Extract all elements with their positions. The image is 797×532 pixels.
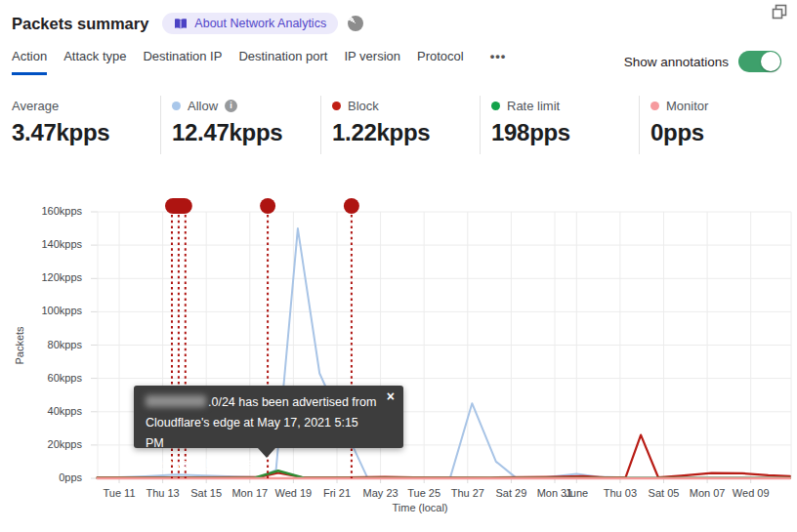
stat-label: Rate limit (507, 99, 560, 113)
annotation-marker[interactable] (260, 198, 275, 214)
stat-rate-limit: Rate limit198pps (491, 98, 570, 146)
allow-legend-dot (172, 102, 181, 110)
x-axis-title: Time (local) (322, 502, 518, 513)
badge-label: About Network Analytics (194, 17, 326, 30)
about-network-analytics-badge[interactable]: About Network Analytics (162, 13, 338, 34)
view-ip-prefixes-link[interactable]: View your IP prefixes (146, 457, 260, 471)
packets-chart-svg (0, 185, 797, 532)
tab-destination-ip[interactable]: Destination IP (143, 49, 222, 75)
stat-monitor: Monitor0pps (650, 98, 708, 146)
show-annotations-toggle[interactable] (738, 51, 781, 72)
y-tick-label: 60kpps (0, 372, 82, 384)
x-tick-label: June (565, 487, 588, 499)
stats-divider (639, 96, 640, 154)
tab-action[interactable]: Action (12, 49, 47, 75)
stats-divider (320, 96, 321, 154)
x-tick-label: Sat 29 (495, 487, 526, 499)
stat-average: Average3.47kpps (12, 98, 109, 146)
y-tick-label: 120kpps (0, 271, 82, 283)
stats-divider (480, 96, 481, 154)
y-tick-label: 80kpps (0, 339, 82, 350)
y-tick-label: 140kpps (0, 238, 82, 250)
stat-label: Monitor (666, 99, 708, 113)
network-analytics-panel: Packets summary About Network Analytics … (0, 0, 797, 532)
tab-protocol[interactable]: Protocol (417, 49, 464, 75)
info-icon[interactable] (225, 100, 237, 112)
x-tick-label: Mon 07 (690, 487, 726, 499)
stats-divider (160, 96, 161, 154)
tooltip-line-1: .0/24 has been advertised from (146, 392, 378, 413)
annotation-marker-cluster[interactable] (165, 198, 192, 214)
x-tick-label: Tue 11 (103, 487, 135, 499)
annotation-tooltip: × .0/24 has been advertised from Cloudfl… (134, 386, 403, 448)
x-tick-label: Wed 19 (275, 487, 313, 499)
x-tick-label: Thu 27 (451, 487, 484, 499)
page-title: Packets summary (12, 15, 148, 33)
restore-window-icon[interactable] (770, 2, 789, 25)
y-tick-label: 160kpps (0, 205, 82, 217)
x-tick-label: Fri 21 (323, 487, 351, 499)
stats-row: Average3.47kppsAllow12.47kppsBlock1.22kp… (0, 94, 797, 158)
annotation-marker[interactable] (344, 198, 359, 214)
x-tick-label: Mon 17 (231, 487, 268, 499)
tab-destination-port[interactable]: Destination port (238, 49, 327, 75)
x-tick-label: Sat 15 (190, 487, 222, 499)
header: Packets summary About Network Analytics (12, 8, 785, 39)
show-annotations-label: Show annotations (624, 55, 729, 69)
stat-label: Average (12, 99, 59, 113)
tooltip-caret (258, 448, 275, 458)
stat-value: 1.22kpps (332, 119, 430, 146)
toggle-knob (761, 52, 780, 71)
x-tick-label: May 23 (363, 487, 398, 499)
rate-limit-legend-dot (491, 102, 500, 110)
show-annotations-control: Show annotations (624, 51, 781, 72)
tabs-bar: ActionAttack typeDestination IPDestinati… (12, 49, 506, 75)
stat-block: Block1.22kpps (332, 98, 430, 146)
stat-value: 198pps (491, 119, 570, 146)
x-tick-label: Tue 25 (407, 487, 440, 499)
chart-area: Packets Time (local) × .0/24 has been ad… (0, 185, 797, 532)
monitor-legend-dot (650, 102, 659, 110)
tab-more[interactable]: ••• (490, 49, 507, 75)
block-legend-dot (332, 102, 341, 110)
x-tick-label: Thu 03 (604, 487, 637, 499)
redacted-ip-prefix (146, 395, 206, 407)
y-tick-label: 0pps (0, 471, 82, 483)
x-tick-label: Wed 09 (733, 487, 770, 499)
stat-label: Block (348, 99, 379, 113)
y-tick-label: 100kpps (0, 305, 82, 316)
stat-value: 12.47kpps (172, 119, 282, 146)
close-icon[interactable]: × (387, 389, 395, 404)
y-tick-label: 40kpps (0, 405, 82, 417)
tab-attack-type[interactable]: Attack type (63, 49, 126, 75)
stat-label: Allow (188, 99, 218, 113)
pie-chart-icon (348, 16, 363, 31)
tab-ip-version[interactable]: IP version (344, 49, 400, 75)
stat-value: 0pps (650, 119, 708, 146)
x-tick-label: Sat 05 (649, 487, 680, 499)
stat-value: 3.47kpps (12, 119, 109, 146)
x-tick-label: Thu 13 (146, 487, 179, 499)
y-tick-label: 20kpps (0, 438, 82, 450)
book-icon (174, 18, 188, 30)
stat-allow: Allow12.47kpps (172, 98, 282, 146)
